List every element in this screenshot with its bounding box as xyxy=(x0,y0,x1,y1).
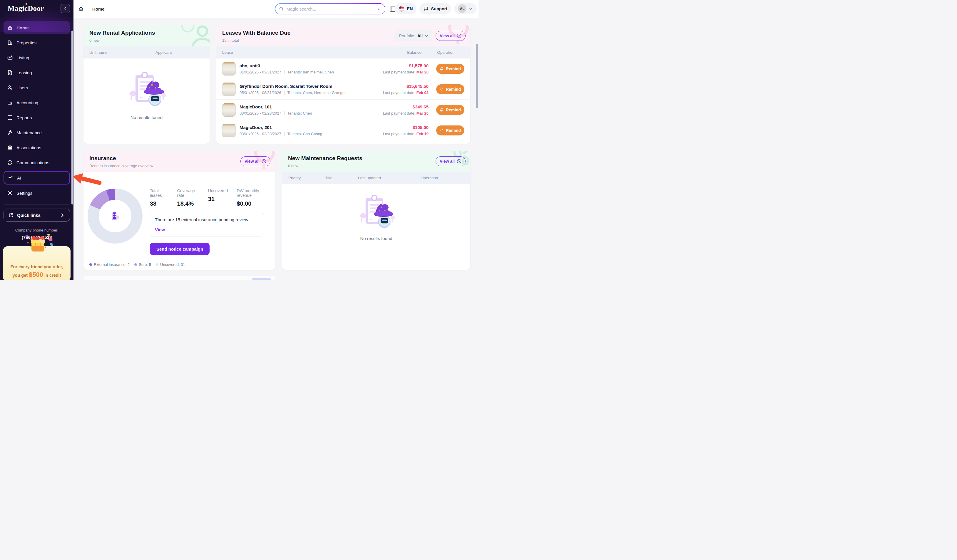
search-icon xyxy=(279,6,284,11)
sidebar-item-leasing[interactable]: Leasing xyxy=(3,66,70,79)
chevron-down-icon xyxy=(469,7,473,11)
maintenance-view-all-button[interactable]: View all xyxy=(436,156,466,166)
portfolio-filter[interactable]: Portfolio: All xyxy=(395,30,432,41)
lease-row[interactable]: abc, unit3 01/01/2026 - 03/31/2027Tenant… xyxy=(216,58,470,79)
avatar: AL xyxy=(458,5,466,13)
magic-sparkle-icon[interactable] xyxy=(376,6,382,11)
sidebar-scrollbar[interactable] xyxy=(71,30,73,205)
maintenance-empty-state: No results found xyxy=(282,184,470,241)
gift-illustration xyxy=(19,231,54,254)
search-input[interactable] xyxy=(287,6,374,11)
referral-banner[interactable]: For every friend you refer, you get $500… xyxy=(3,246,71,280)
stat-dw-monthly-revenue: DW monthly revenue$0.00 xyxy=(237,188,269,207)
remind-button[interactable]: Remind xyxy=(436,84,464,94)
column-operation: Operation xyxy=(422,50,470,55)
balance-amount: $1,575.00 xyxy=(356,63,428,68)
empty-state-illustration xyxy=(124,69,169,111)
lease-name: Gryffindor Dorm Room, Scarlet Tower Room xyxy=(240,84,356,89)
balance-amount: $105.00 xyxy=(356,125,428,130)
sidebar-item-properties[interactable]: Properties xyxy=(3,36,70,49)
balance-amount: $15,645.50 xyxy=(356,84,428,89)
meta-divider xyxy=(284,111,284,115)
remind-button[interactable]: Remind xyxy=(436,105,464,115)
sidebar-item-label: Home xyxy=(16,25,29,30)
send-notice-campaign-button[interactable]: Send notice campaign xyxy=(150,243,210,255)
lease-tenants: Tenants: Chen, Hermione Granger xyxy=(287,90,346,95)
legend-external-insurance: External insurance: 2 xyxy=(89,262,129,267)
chat-icon xyxy=(7,159,13,166)
column-lease: Lease xyxy=(216,50,345,55)
sidebar-item-label: Properties xyxy=(16,40,36,45)
lease-row[interactable]: MagicDoor, 101 03/01/2026 - 02/28/2027Te… xyxy=(216,99,470,120)
sidebar-item-reports[interactable]: Reports xyxy=(3,111,70,124)
bell-icon xyxy=(440,108,444,112)
sidebar-item-ai[interactable]: AI xyxy=(3,171,70,185)
circle-arrow-icon xyxy=(457,159,461,164)
unit-photo xyxy=(222,82,236,96)
quick-links-button[interactable]: Quick links xyxy=(3,208,70,221)
sidebar-item-label: Communications xyxy=(16,160,49,165)
sidebar-item-accounting[interactable]: Accounting xyxy=(3,96,70,109)
quick-links-label: Quick links xyxy=(17,213,41,218)
sidebar-item-label: Listing xyxy=(16,55,29,60)
sidebar: MagicDoor ✦ Home Properties Listing xyxy=(0,0,73,280)
gear-icon xyxy=(7,190,13,196)
sidebar-item-label: Maintenance xyxy=(16,130,42,135)
building-sofa-icon xyxy=(110,211,120,221)
sidebar-collapse-button[interactable] xyxy=(60,4,70,13)
rental-card-header: New Rental Applications 0 new xyxy=(84,25,210,46)
account-menu[interactable]: AL xyxy=(454,3,477,14)
leases-view-all-button[interactable]: View all xyxy=(436,31,466,41)
chevron-down-icon xyxy=(425,34,428,38)
dashboard-row-2: Insurance Renters insurance coverage ove… xyxy=(84,151,470,270)
bar-chart-icon xyxy=(7,115,13,120)
sidebar-item-home[interactable]: Home xyxy=(3,21,70,34)
last-payment: Last payment date: Mar 20 xyxy=(356,111,428,115)
topbar-actions: EN Support AL xyxy=(395,3,477,14)
lease-row[interactable]: Gryffindor Dorm Room, Scarlet Tower Room… xyxy=(216,79,470,99)
sidebar-item-listing[interactable]: Listing xyxy=(3,51,70,64)
sidebar-item-settings[interactable]: Settings xyxy=(3,186,70,199)
remind-button[interactable]: Remind xyxy=(436,125,464,136)
insurance-donut-chart xyxy=(88,189,142,244)
lease-tenants: Tenants: Chen xyxy=(287,111,312,115)
lease-row[interactable]: MagicDoor, 201 03/01/2026 - 02/28/2027Te… xyxy=(216,120,470,141)
remind-button[interactable]: Remind xyxy=(436,64,464,74)
brand-logo[interactable]: MagicDoor ✦ xyxy=(8,5,44,13)
rental-empty-state: No results found xyxy=(84,58,210,120)
card-subtitle: 0 new xyxy=(89,38,204,43)
page-scrollbar[interactable] xyxy=(476,44,478,108)
lease-dates: 05/01/2025 - 08/31/2026 xyxy=(240,90,281,95)
sidebar-item-users[interactable]: Users xyxy=(3,81,70,94)
legend-dot xyxy=(89,263,92,266)
insurance-card: Insurance Renters insurance coverage ove… xyxy=(84,151,275,270)
column-operation: Operation xyxy=(421,176,470,180)
unit-photo xyxy=(222,103,236,117)
empty-state-illustration xyxy=(354,193,398,232)
last-payment: Last payment date: Feb 03 xyxy=(356,90,428,95)
rental-table-header: Unit name Applicant xyxy=(84,46,210,58)
chevron-right-icon xyxy=(60,213,65,218)
dashboard-row-1: New Rental Applications 0 new Unit name … xyxy=(84,25,470,144)
circle-arrow-icon xyxy=(262,159,266,164)
column-unit-name: Unit name xyxy=(84,50,155,55)
support-button[interactable]: Support xyxy=(419,3,451,14)
sidebar-item-label: Settings xyxy=(16,191,32,196)
portfolio-label: Portfolio: xyxy=(399,33,415,38)
sidebar-item-associations[interactable]: Associations xyxy=(3,141,70,154)
lease-dates: 03/01/2026 - 02/28/2027 xyxy=(240,111,281,115)
breadcrumb-home-icon[interactable] xyxy=(78,6,84,12)
language-selector[interactable]: EN xyxy=(395,3,417,14)
notice-view-link[interactable]: View xyxy=(155,227,165,232)
card-title: New Rental Applications xyxy=(89,30,204,36)
bell-icon xyxy=(440,87,444,91)
bank-icon xyxy=(7,145,13,150)
meta-divider xyxy=(284,70,284,74)
insurance-card-header: Insurance Renters insurance coverage ove… xyxy=(84,151,275,172)
sidebar-item-maintenance[interactable]: Maintenance xyxy=(3,126,70,139)
home-icon xyxy=(7,25,13,30)
legend-dot xyxy=(156,263,158,266)
insurance-view-all-button[interactable]: View all xyxy=(240,156,270,166)
sidebar-item-communications[interactable]: Communications xyxy=(3,156,70,169)
lease-tenants: Tenants: Cho Chang xyxy=(287,132,322,136)
